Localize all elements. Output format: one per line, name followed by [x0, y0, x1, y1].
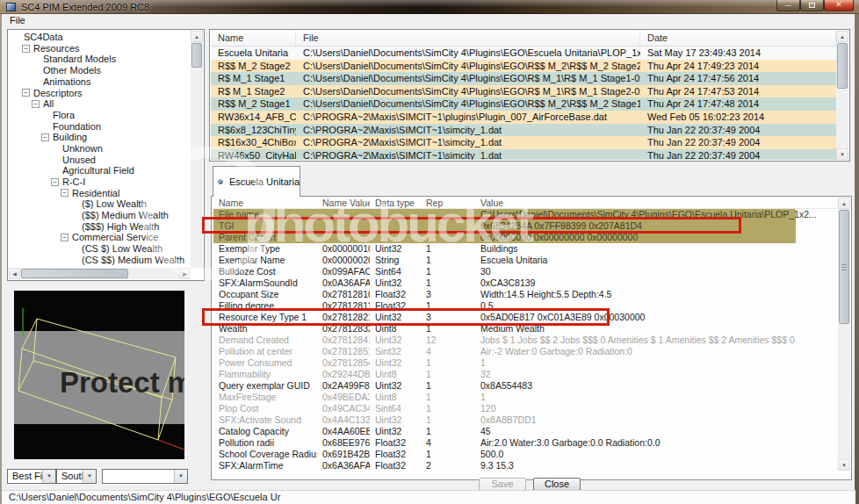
chevron-down-icon[interactable]: ▼ — [42, 470, 55, 483]
file-row[interactable]: RW46x50_CityHall_03C2 C:\PROGRA~2\Maxis\… — [211, 149, 836, 160]
property-row[interactable]: Exemplar Name 0x00000020 String 1 Escuel… — [213, 255, 837, 266]
model-preview-3d[interactable]: Protect m — [14, 291, 184, 459]
property-row[interactable]: Resource Key Type 1 0x27812821 Uint32 3 … — [213, 312, 837, 323]
property-name: Flammability — [213, 369, 317, 380]
tab-escuela-unitaria[interactable]: Escuela Unitaria — [213, 166, 300, 197]
property-row[interactable]: Occupant Size 0x27812810 Float32 3 Width… — [213, 289, 837, 300]
orientation-select[interactable]: South ▼ — [56, 469, 97, 484]
file-row[interactable]: R$$ M_2 Stage2 C:\Users\Daniel\Documents… — [211, 60, 836, 73]
scroll-up-icon[interactable]: ▲ — [836, 31, 848, 42]
scroll-up-icon[interactable]: ▲ — [838, 198, 850, 209]
tree-item[interactable]: − Flora — [9, 110, 191, 121]
file-row[interactable]: RW36x14_AFB_Control_T... C:\PROGRA~2\Max… — [211, 111, 836, 124]
tree-item[interactable]: − (CS $) Low Wealth — [9, 243, 191, 255]
collapse-icon[interactable]: − — [32, 100, 40, 108]
property-row[interactable]: Flammability 0x29244DB5 Uint8 1 32 — [213, 369, 837, 380]
property-row[interactable]: Exemplar Type 0x00000010 Uint32 1 Buildi… — [213, 243, 837, 255]
property-row[interactable]: Pollution radii 0x68EE9764 Float32 4 Air… — [213, 437, 837, 449]
tree-item[interactable]: − Standard Models — [9, 54, 191, 65]
file-row[interactable]: R$16x30_4ChiBoxyApt6_0... C:\PROGRA~2\Ma… — [211, 136, 836, 149]
file-row[interactable]: R$ M_1 Stage1 C:\Users\Daniel\Documents\… — [211, 72, 836, 85]
scroll-down-icon[interactable]: ▼ — [838, 459, 850, 471]
property-row[interactable]: Power Consumed 0x27812854 Uint32 1 1 — [213, 357, 837, 369]
property-row[interactable]: Pollution at center 0x27812851 Sint32 4 … — [213, 346, 837, 357]
tree-item[interactable]: − Agricultural Field — [9, 165, 191, 176]
tree-item[interactable]: − Resources — [9, 43, 191, 54]
column-header-prop-name[interactable]: Name — [213, 198, 317, 208]
file-row[interactable]: R$$ M_2 Stage1 C:\Users\Daniel\Documents… — [211, 97, 836, 111]
collapse-icon[interactable]: − — [51, 178, 59, 186]
collapse-icon[interactable]: − — [61, 234, 69, 241]
tree-item[interactable]: − Commercial Service — [9, 232, 191, 243]
property-row[interactable]: Plop Cost 0x49CAC341 Sint64 1 120 — [213, 403, 837, 414]
scroll-right-icon[interactable]: ▶ — [179, 268, 191, 279]
scroll-down-icon[interactable]: ▼ — [836, 148, 848, 160]
property-row[interactable]: File name C:\Users\Daniel\Documents\SimC… — [213, 209, 837, 220]
minimize-button[interactable]: — — [776, 0, 800, 11]
column-header-date[interactable]: Date — [640, 31, 836, 46]
property-row[interactable]: SFX:AlarmTime 0x6A36AFAB Float32 2 9.3 1… — [213, 460, 837, 472]
save-button[interactable]: Save — [479, 478, 526, 491]
column-header-rep[interactable]: Rep — [421, 198, 475, 208]
collapse-icon[interactable]: − — [61, 189, 69, 197]
property-value: 0x8A554483 — [475, 380, 837, 392]
file-row[interactable]: R$ M_1 Stage2 C:\Users\Daniel\Documents\… — [211, 85, 836, 98]
column-header-file[interactable]: File — [296, 31, 640, 46]
chevron-down-icon[interactable]: ▼ — [83, 470, 96, 483]
property-grid-scrollbar[interactable]: ▲ ▼ — [838, 198, 850, 471]
property-row[interactable]: TGI 0x6534284A 0x7FF98399 0x207A81D4 — [213, 220, 837, 232]
tree-item[interactable]: − Building — [9, 132, 191, 143]
tree-item[interactable]: − Unknown — [9, 143, 191, 155]
extra-option-select[interactable]: ▼ — [102, 469, 188, 484]
tree-item[interactable]: − Animations — [9, 76, 191, 88]
property-row[interactable]: MaxFireStage 0x49BEDA31 Uint8 1 1 — [213, 392, 837, 403]
collapse-icon[interactable]: − — [22, 45, 30, 53]
restore-button[interactable] — [800, 0, 824, 11]
collapse-icon[interactable]: − — [22, 89, 30, 97]
chevron-down-icon[interactable]: ▼ — [174, 470, 187, 483]
tree-item[interactable]: − Unused — [9, 155, 191, 166]
column-header-name-value[interactable]: Name Value — [317, 198, 370, 208]
tree-item[interactable]: − (CS $$) Medium Wealth — [9, 255, 191, 266]
file-row[interactable]: R$6x8_123ChiTinyHouse... C:\PROGRA~2\Max… — [211, 124, 836, 137]
property-row[interactable]: Wealth 0x27812832 Uint8 1 Medium Wealth — [213, 323, 837, 335]
property-row[interactable]: Query exemplar GUID 0x2A499F85 Uint32 1 … — [213, 380, 837, 392]
tree-item[interactable]: − All — [9, 98, 191, 110]
tree-item[interactable]: − ($$) Medium Wealth — [9, 210, 191, 221]
scroll-up-icon[interactable]: ▲ — [191, 31, 203, 42]
title-bar[interactable]: SC4 PIM Extended 2009 RC8 — ✕ — [0, 0, 859, 14]
tree-item[interactable]: − Foundation — [9, 121, 191, 133]
close-window-button[interactable]: ✕ — [824, 0, 854, 11]
property-row[interactable]: Filling degree 0x27812811 Float32 1 0.5 — [213, 300, 837, 312]
tree-item[interactable]: − Residential — [9, 188, 191, 199]
tree-item[interactable]: − ($) Low Wealth — [9, 198, 191, 210]
zoom-fit-select[interactable]: Best Fit ▼ — [7, 469, 56, 484]
tree-vertical-scrollbar[interactable]: ▲ — [191, 31, 203, 268]
property-row[interactable]: School Coverage Radius 0x691B42B3 Float3… — [213, 449, 837, 460]
scroll-thumb[interactable] — [191, 43, 202, 68]
file-list-scrollbar[interactable]: ▲ ▼ — [836, 31, 848, 160]
menu-file[interactable]: File — [5, 15, 30, 25]
scroll-left-icon[interactable]: ◀ — [9, 268, 20, 279]
property-row[interactable]: Demand Created 0x27812841 Uint32 12 Jobs… — [213, 335, 837, 346]
property-row[interactable]: SFX:AlarmSoundId 0x0A36AFA2 Uint32 1 0xC… — [213, 277, 837, 289]
file-row[interactable]: Escuela Unitaria C:\Users\Daniel\Documen… — [211, 47, 836, 60]
tree-item[interactable]: − Other Models — [9, 65, 191, 76]
tree-item[interactable]: − Descriptors — [9, 87, 191, 98]
tree-item[interactable]: − R-C-I — [9, 176, 191, 188]
tree-item[interactable]: − ($$$) High Wealth — [9, 221, 191, 233]
column-header-name[interactable]: Name — [211, 31, 296, 46]
property-row[interactable]: Catalog Capacity 0x4AA60EBC Uint32 1 45 — [213, 426, 837, 437]
collapse-icon[interactable]: − — [41, 133, 49, 141]
close-button[interactable]: Close — [533, 478, 581, 491]
property-row[interactable]: Bulldoze Cost 0x099AFACD Sint64 1 30 — [213, 266, 837, 277]
column-header-data-type[interactable]: Data type — [370, 198, 421, 208]
property-row[interactable]: SFX:Activate Sound 0x4A4C132E Uint32 1 0… — [213, 414, 837, 426]
scroll-thumb[interactable] — [839, 210, 849, 324]
scroll-thumb[interactable] — [21, 269, 128, 278]
property-row[interactable]: Parent Cohort 0x00000000 0x00000000 0x00… — [213, 232, 837, 243]
scroll-thumb[interactable] — [837, 43, 848, 89]
tree-horizontal-scrollbar[interactable]: ◀ ▶ — [9, 268, 191, 279]
column-header-value[interactable]: Value — [475, 198, 837, 208]
tree-item[interactable]: − SC4Data — [9, 32, 191, 43]
